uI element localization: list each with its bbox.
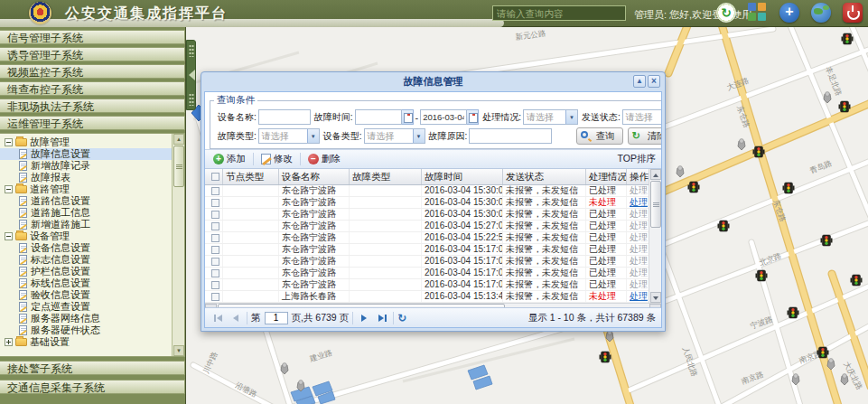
tree-item[interactable]: 验收信息设置 <box>0 289 184 301</box>
tree-folder[interactable]: 基础设置 <box>0 336 184 348</box>
chevron-down-icon[interactable] <box>307 129 319 143</box>
row-checkbox[interactable] <box>205 185 223 196</box>
prev-page-icon[interactable] <box>229 311 243 325</box>
search-input[interactable] <box>492 5 626 21</box>
expand-box-icon[interactable] <box>5 338 13 346</box>
first-page-icon[interactable] <box>210 311 225 325</box>
row-checkbox[interactable] <box>205 291 223 302</box>
delete-record-button[interactable]: −删除 <box>305 152 343 166</box>
traffic-light-icon[interactable] <box>688 182 700 193</box>
collapse-icon[interactable]: ▲ <box>633 75 646 88</box>
traffic-light-icon[interactable] <box>842 33 854 44</box>
recycle-icon[interactable]: ↻ <box>716 3 736 23</box>
last-page-icon[interactable] <box>375 311 389 325</box>
traffic-light-icon[interactable] <box>839 101 851 112</box>
panel-alarm-dispatch[interactable]: 接处警子系统 <box>0 361 185 375</box>
scroll-up-icon[interactable] <box>650 169 661 180</box>
table-row[interactable]: 东仓路宁波路2016-03-04 15:17:01未报警，未发短信已处理处理 <box>205 268 661 279</box>
window-titlebar[interactable]: 故障信息管理 ▲ × <box>204 72 662 91</box>
tree-item[interactable]: 标线信息设置 <box>0 277 184 289</box>
panel-enforcement[interactable]: 非现场执法子系统 <box>0 99 185 113</box>
tree-item[interactable]: 定点巡查设置 <box>0 301 184 313</box>
clear-button[interactable]: ↻清除 <box>628 127 662 145</box>
column-header[interactable]: 故障类型 <box>350 169 422 184</box>
traffic-light-icon[interactable] <box>600 352 611 362</box>
scrollbar-thumb[interactable] <box>650 181 661 228</box>
tree-item[interactable]: 设备信息设置 <box>0 242 184 254</box>
select-all-checkbox[interactable] <box>205 169 223 184</box>
collapse-box-icon[interactable] <box>5 185 13 193</box>
tree-item[interactable]: 道路施工信息 <box>0 207 184 219</box>
column-header[interactable]: 发送状态 <box>503 169 586 184</box>
scroll-up-icon[interactable]: ▲ <box>173 134 184 145</box>
row-checkbox[interactable] <box>205 268 223 278</box>
tree-item[interactable]: 标志信息设置 <box>0 254 184 266</box>
tree-item[interactable]: 服务器网络信息 <box>0 313 184 324</box>
fault-time-from-input[interactable] <box>355 109 402 125</box>
device-name-input[interactable] <box>258 109 311 125</box>
scrollbar-thumb[interactable] <box>173 146 184 187</box>
device-type-select[interactable]: 请选择 <box>364 128 425 144</box>
traffic-light-icon[interactable] <box>817 347 829 358</box>
row-checkbox[interactable] <box>205 279 223 290</box>
close-icon[interactable]: × <box>648 75 660 88</box>
table-row[interactable]: 东仓路宁波路2016-03-04 15:30:00未报警，未发短信已处理处理 <box>205 209 661 221</box>
column-header[interactable]: 处理情况 <box>586 169 627 184</box>
tree-item[interactable]: 新增道路施工 <box>0 219 184 230</box>
grid-vertical-scrollbar[interactable] <box>649 169 661 303</box>
panel-guidance[interactable]: 诱导管理子系统 <box>0 47 185 61</box>
add-icon[interactable]: + <box>779 3 799 23</box>
tree-folder[interactable]: 故障管理 <box>0 136 184 148</box>
collapse-box-icon[interactable] <box>5 138 13 146</box>
tree-item[interactable]: 新增故障记录 <box>0 160 184 172</box>
search-button[interactable]: 查询 <box>576 127 623 145</box>
panel-ops-management[interactable]: 运维管理子系统 <box>0 116 185 130</box>
panel-signal[interactable]: 信号管理子系统 <box>0 30 185 44</box>
page-number-input[interactable] <box>265 312 288 324</box>
globe-icon[interactable] <box>811 3 831 23</box>
row-checkbox[interactable] <box>205 197 223 208</box>
tree-item[interactable]: 护栏信息设置 <box>0 266 184 277</box>
chevron-down-icon[interactable] <box>413 129 425 143</box>
table-row[interactable]: 东仓路宁波路2016-03-04 15:30:00未报警，未发短信已处理处理 <box>205 185 661 197</box>
table-row[interactable]: 东仓路宁波路2016-03-04 15:17:01未报警，未发短信已处理处理 <box>205 256 661 268</box>
traffic-light-icon[interactable] <box>783 183 795 193</box>
edit-record-button[interactable]: 修改 <box>258 152 295 166</box>
traffic-light-icon[interactable] <box>718 221 730 231</box>
power-icon[interactable] <box>843 3 863 23</box>
tree-item[interactable]: 服务器硬件状态 <box>0 324 184 336</box>
table-row[interactable]: 东仓路宁波路2016-03-04 15:27:00未报警，未发短信已处理处理 <box>205 221 661 232</box>
panel-patrol-control[interactable]: 缉查布控子系统 <box>0 81 185 96</box>
apps-grid-icon[interactable] <box>748 3 768 23</box>
row-checkbox[interactable] <box>205 221 223 231</box>
send-status-select[interactable]: 请选择 <box>622 109 662 125</box>
tree-folder[interactable]: 设备管理 <box>0 230 184 242</box>
table-row[interactable]: 上海路长春路2016-03-04 15:13:45未报警，未发短信未处理处理 <box>205 291 661 303</box>
traffic-light-icon[interactable] <box>756 270 768 281</box>
row-checkbox[interactable] <box>205 244 223 255</box>
fault-time-to-input[interactable] <box>420 109 467 125</box>
add-record-button[interactable]: +添加 <box>210 152 248 166</box>
column-header[interactable]: 故障时间 <box>422 169 503 184</box>
handle-status-select[interactable]: 请选择 <box>523 109 578 125</box>
traffic-light-icon[interactable] <box>851 275 863 286</box>
scroll-down-icon[interactable] <box>650 292 661 303</box>
table-row[interactable]: 东仓路宁波路2016-03-04 15:30:00未报警，未发短信未处理处理 <box>205 197 661 209</box>
panel-video[interactable]: 视频监控子系统 <box>0 64 185 79</box>
calendar-icon[interactable] <box>467 109 479 125</box>
top-sort-button[interactable]: TOP排序 <box>618 153 656 165</box>
tree-item[interactable]: 道路信息设置 <box>0 195 184 207</box>
chevron-down-icon[interactable] <box>565 110 577 124</box>
column-header[interactable]: 节点类型 <box>223 169 279 184</box>
fault-type-select[interactable]: 请选择 <box>258 128 320 144</box>
table-row[interactable]: 东仓路宁波路2016-03-04 15:17:01未报警，未发短信已处理处理 <box>205 279 661 291</box>
table-row[interactable]: 东仓路宁波路2016-03-04 15:22:50未报警，未发短信已处理处理 <box>205 232 661 244</box>
panel-traffic-collection[interactable]: 交通信息采集子系统 <box>0 380 185 394</box>
traffic-light-icon[interactable] <box>788 307 799 318</box>
table-row[interactable]: 东仓路宁波路2016-03-04 15:17:01未报警，未发短信已处理处理 <box>205 244 661 256</box>
tree-item[interactable]: 故障报表 <box>0 172 184 183</box>
row-checkbox[interactable] <box>205 256 223 267</box>
tree-scrollbar[interactable]: ▲ ▼ <box>172 134 184 356</box>
fault-reason-input[interactable] <box>469 128 552 144</box>
row-checkbox[interactable] <box>205 209 223 220</box>
